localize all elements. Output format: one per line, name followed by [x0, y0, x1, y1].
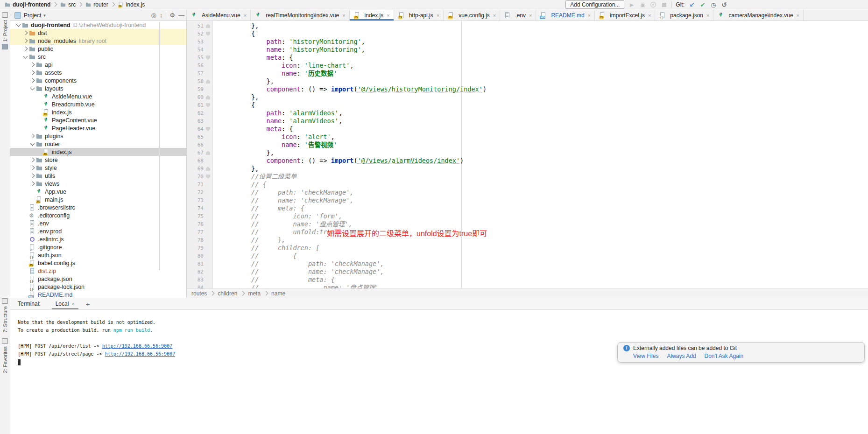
chevron-right-icon[interactable]	[22, 47, 28, 50]
close-icon[interactable]	[588, 13, 591, 18]
chevron-right-icon[interactable]	[29, 79, 35, 82]
git-commit-icon[interactable]	[699, 1, 706, 8]
git-update-icon[interactable]	[688, 1, 696, 8]
close-icon[interactable]	[648, 13, 651, 18]
close-icon[interactable]	[244, 13, 247, 18]
chevron-right-icon[interactable]	[29, 166, 35, 169]
sidebar-item-project[interactable]: 1: Project	[0, 12, 10, 49]
code-line: 81 // path: 'checkManage',	[187, 260, 487, 268]
notification-action-always-add[interactable]: Always Add	[667, 353, 696, 359]
tree-item[interactable]: package-lock.json	[10, 283, 186, 291]
tab--env[interactable]: .env	[500, 10, 536, 21]
sidebar-item-structure[interactable]: 7: Structure	[0, 298, 10, 333]
terminal-link[interactable]: http://192.168.66.56:9007	[102, 343, 173, 349]
code-line: 58 },	[187, 77, 487, 85]
code-text: // },	[213, 236, 285, 244]
tree-item-label: dist	[38, 30, 47, 36]
chevron-right-icon[interactable]	[29, 182, 35, 185]
close-icon[interactable]	[342, 13, 345, 18]
tab-cameramanage-index-vue[interactable]: cameraManage\index.vue	[713, 10, 804, 21]
chevron-down-icon[interactable]	[29, 143, 35, 145]
fold-marker-icon[interactable]	[206, 151, 210, 155]
tab-http-api-js[interactable]: http-api.js	[394, 10, 444, 21]
tree-item-label: .env.prod	[38, 228, 62, 235]
close-icon[interactable]	[71, 301, 74, 307]
tree-item-label: App.vue	[45, 189, 66, 195]
settings-icon[interactable]: ⚙	[169, 12, 175, 19]
code-editor[interactable]: 51 },52 {53 path: 'historyMonitoring',54…	[187, 21, 868, 288]
code-line: 75 // icon: 'form',	[187, 212, 487, 220]
breadcrumb-item[interactable]: duoji-frontend	[4, 1, 50, 8]
project-panel-header[interactable]: Project ▾ ◎↕⚙—	[10, 10, 187, 21]
debug-icon[interactable]	[639, 1, 646, 8]
line-number: 77	[187, 228, 204, 236]
chevron-right-icon[interactable]	[29, 174, 35, 177]
close-icon[interactable]	[437, 13, 439, 18]
fold-marker-icon[interactable]	[206, 24, 210, 28]
tab-asidemenu-vue[interactable]: AsideMenu.vue	[187, 10, 251, 21]
chevron-right-icon[interactable]	[29, 158, 35, 161]
chevron-right-icon[interactable]	[22, 31, 28, 35]
fold-marker-icon[interactable]	[206, 127, 210, 131]
fold-marker-icon[interactable]	[206, 32, 210, 36]
fold-marker-icon[interactable]	[206, 56, 210, 60]
chevron-right-icon[interactable]	[29, 63, 35, 66]
notification-action-view-files[interactable]: View Files	[633, 353, 658, 359]
chevron-right-icon[interactable]	[22, 39, 28, 42]
close-icon[interactable]	[797, 13, 799, 18]
stop-icon[interactable]	[660, 1, 668, 8]
scrollbar-thumb[interactable]	[159, 22, 160, 270]
tab-vue-config-js[interactable]: vue.config.js	[444, 10, 500, 21]
code-text: },	[213, 149, 274, 157]
tab-readme-md[interactable]: README.md	[536, 10, 595, 21]
tree-item[interactable]: package.json	[10, 275, 186, 283]
editor-breadcrumb-item[interactable]: name	[271, 290, 285, 297]
fold-marker-icon[interactable]	[206, 79, 210, 84]
terminal-panel: Terminal: Local + Note that the developm…	[10, 298, 868, 434]
breadcrumb-item[interactable]: router	[85, 1, 108, 8]
chevron-right-icon[interactable]	[29, 71, 35, 74]
editor-breadcrumb-item[interactable]: meta	[248, 290, 261, 297]
tab-index-js[interactable]: index.js	[350, 10, 394, 21]
fold-marker-icon[interactable]	[206, 167, 210, 171]
git-rollback-icon[interactable]	[720, 1, 728, 8]
fold-column	[204, 260, 213, 268]
tree-item[interactable]: README.md	[10, 291, 186, 298]
git-history-icon[interactable]	[710, 1, 717, 8]
fold-marker-icon[interactable]	[206, 103, 210, 107]
breadcrumb-item[interactable]: src	[59, 1, 76, 8]
sidebar-item-favorites[interactable]: 2: Favorites	[0, 338, 10, 373]
terminal-tab-local[interactable]: Local	[52, 298, 78, 309]
chevron-right-icon[interactable]	[29, 134, 35, 138]
editor-breadcrumb-item[interactable]: routes	[191, 290, 207, 297]
close-icon[interactable]	[493, 13, 496, 18]
notification-action-don-t-ask-again[interactable]: Don't Ask Again	[705, 353, 744, 359]
locate-icon[interactable]: ◎	[151, 12, 156, 19]
fold-marker-icon[interactable]	[206, 175, 210, 179]
breadcrumb-label: index.js	[126, 1, 145, 8]
close-icon[interactable]	[706, 13, 709, 18]
run-icon[interactable]	[628, 1, 635, 8]
add-configuration-button[interactable]: Add Configuration...	[565, 0, 624, 9]
folder-icon	[85, 1, 92, 8]
new-terminal-button[interactable]: +	[86, 300, 90, 308]
chevron-down-icon[interactable]	[29, 88, 35, 90]
collapse-icon[interactable]: ↕	[160, 12, 163, 19]
chevron-down-icon[interactable]	[22, 56, 28, 58]
close-icon[interactable]	[387, 13, 389, 18]
editor-breadcrumb-item[interactable]: children	[218, 290, 237, 297]
tab-realtimemonitoring-index-vue[interactable]: realTimeMonitoring\index.vue	[251, 10, 349, 21]
breadcrumb-item[interactable]: index.js	[117, 1, 145, 8]
terminal-link[interactable]: http://192.168.66.56:9007	[105, 351, 176, 357]
fold-marker-icon[interactable]	[206, 95, 210, 99]
tab-importexcel-js[interactable]: importExcel.js	[595, 10, 655, 21]
close-icon[interactable]	[529, 13, 532, 18]
tab-package-json[interactable]: package.json	[655, 10, 713, 21]
tree-item-label: views	[45, 181, 59, 187]
terminal-output[interactable]: Note that the development build is not o…	[10, 310, 868, 434]
chevron-down-icon[interactable]	[15, 24, 21, 26]
js-icon	[118, 1, 124, 8]
coverage-icon[interactable]	[649, 1, 657, 8]
hide-icon[interactable]: —	[178, 12, 184, 19]
project-tree[interactable]: duoji-frontendD:\zheheWeb\duoji-frontend…	[10, 21, 187, 298]
